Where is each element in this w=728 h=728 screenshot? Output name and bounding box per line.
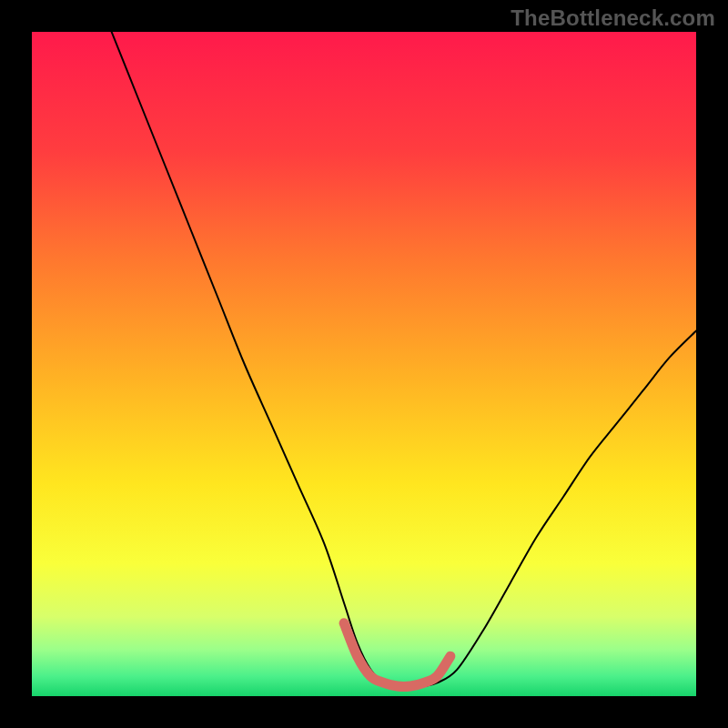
trough-highlight: [32, 32, 696, 696]
plot-area: [32, 32, 696, 696]
watermark-text: TheBottleneck.com: [511, 5, 715, 31]
chart-frame: TheBottleneck.com: [0, 0, 728, 728]
